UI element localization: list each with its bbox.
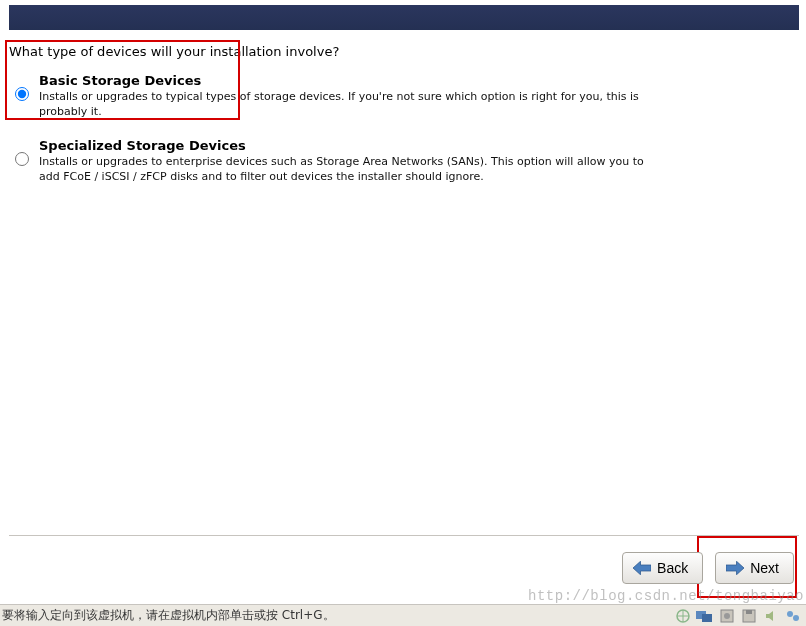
watermark-text: http://blog.csdn.net/tongbaiyao [528,588,804,604]
svg-marker-0 [633,561,651,575]
option-title: Specialized Storage Devices [39,138,659,153]
disk-icon[interactable] [718,608,736,624]
svg-marker-1 [726,561,744,575]
radio-specialized-storage[interactable] [15,152,29,166]
content-area: What type of devices will your installat… [9,44,799,202]
footer-buttons: Back Next [622,552,794,584]
svg-rect-4 [702,614,712,622]
next-button[interactable]: Next [715,552,794,584]
option-desc: Installs or upgrades to typical types of… [39,90,659,120]
net-icon[interactable] [784,608,802,624]
floppy-icon[interactable] [740,608,758,624]
status-bar: 要将输入定向到该虚拟机，请在虚拟机内部单击或按 Ctrl+G。 [0,604,806,626]
option-title: Basic Storage Devices [39,73,659,88]
option-specialized-storage[interactable]: Specialized Storage Devices Installs or … [9,138,799,185]
option-text: Specialized Storage Devices Installs or … [39,138,659,185]
status-text: 要将输入定向到该虚拟机，请在虚拟机内部单击或按 Ctrl+G。 [2,607,335,624]
system-tray [674,608,802,624]
svg-point-6 [724,613,730,619]
svg-point-10 [793,615,799,621]
speaker-icon[interactable] [762,608,780,624]
divider [9,535,799,536]
svg-rect-8 [746,610,752,614]
next-button-label: Next [750,560,779,576]
back-button[interactable]: Back [622,552,703,584]
screens-icon[interactable] [696,608,714,624]
arrow-right-icon [726,561,744,575]
option-basic-storage[interactable]: Basic Storage Devices Installs or upgrad… [9,73,799,120]
back-button-label: Back [657,560,688,576]
option-desc: Installs or upgrades to enterprise devic… [39,155,659,185]
option-text: Basic Storage Devices Installs or upgrad… [39,73,659,120]
scrollbar[interactable] [784,32,799,534]
arrow-left-icon [633,561,651,575]
globe-icon[interactable] [674,608,692,624]
prompt-text: What type of devices will your installat… [9,44,799,59]
header-band [9,5,799,30]
svg-point-9 [787,611,793,617]
radio-basic-storage[interactable] [15,87,29,101]
